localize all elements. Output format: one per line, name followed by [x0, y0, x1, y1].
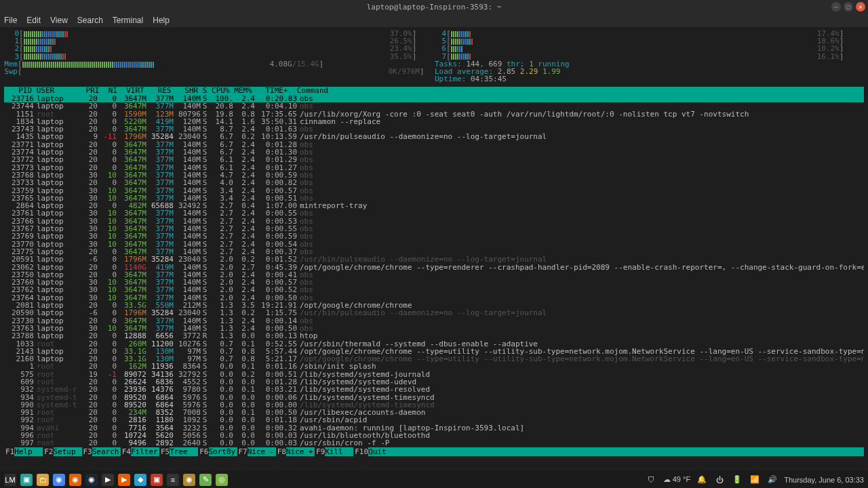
fkey-F5[interactable]: F5Tree [159, 447, 198, 456]
cpu-meter-0: 0[ 37.0%] [11, 30, 416, 37]
menu-terminal[interactable]: Terminal [113, 16, 143, 25]
process-row[interactable]: 1 root 20 0 162M 11936 8364 S 0.0 0.1 0:… [4, 363, 864, 370]
terminal-icon[interactable]: ▶ [102, 474, 114, 486]
cpu-meter-6: 6[ 10.2%] [438, 45, 844, 52]
clock-widget[interactable]: Thursday, June 6, 03:33 [784, 476, 864, 484]
menu-button[interactable]: LM [4, 474, 16, 486]
fkey-F4[interactable]: F4Filter [121, 447, 159, 456]
fkey-F8[interactable]: F8Nice + [276, 447, 315, 456]
tray-icon[interactable]: 🔊 [766, 474, 778, 486]
menu-view[interactable]: View [50, 16, 68, 25]
firefox-icon[interactable]: ◉ [69, 474, 81, 486]
close-button[interactable]: ✕ [856, 2, 865, 12]
window-titlebar: laptop@laptop-Inspiron-3593: ~ – ▢ ✕ [0, 0, 868, 14]
menubar: FileEditViewSearchTerminalHelp [0, 14, 868, 27]
terminal-body[interactable]: 0[ 37.0%] 1[ 26.5%] 2[ 23.4%] 3[ 35.5%] … [0, 27, 868, 471]
fkey-F9[interactable]: F9Kill [315, 447, 353, 456]
task-summary: Tasks: 144, 669 thr; 1 running Load aver… [435, 60, 570, 83]
menu-edit[interactable]: Edit [26, 16, 41, 25]
process-list[interactable]: 23716 laptop 20 0 3647M 377M 140M S 100.… [4, 95, 864, 447]
app-icon[interactable]: ✎ [199, 474, 212, 486]
files-icon[interactable]: ▣ [20, 474, 33, 486]
menu-file[interactable]: File [4, 16, 17, 25]
menu-help[interactable]: Help [153, 16, 170, 25]
window-title: laptop@laptop-Inspiron-3593: ~ [367, 3, 502, 12]
fkey-F6[interactable]: F6SortBy [198, 447, 237, 456]
mem-meters: Mem [ 4.08G/15.4G ] Swp [ 0K/976M ] [4, 60, 425, 75]
cpu-meter-4: 4[ 17.4%] [438, 30, 844, 37]
process-row[interactable]: 932 systemd-r 20 0 23936 14376 9780 S 0.… [4, 386, 864, 393]
process-row[interactable]: 20591 laptop -6 0 1796M 35284 23040 S 2.… [4, 256, 864, 263]
process-row[interactable]: 997 root 20 0 9496 2892 2640 S 0.0 0.0 0… [4, 439, 864, 447]
process-row[interactable]: 23788 laptop 20 0 12888 6656 3772 R 1.3 … [4, 332, 864, 340]
tray-icon[interactable]: 📶 [749, 474, 761, 486]
tray-icon[interactable]: ⛉ [646, 474, 658, 486]
maximize-button[interactable]: ▢ [844, 2, 853, 12]
mint-icon[interactable]: ◎ [216, 474, 228, 486]
tray-icon[interactable]: ⏻ [713, 474, 726, 486]
fkey-F2[interactable]: F2Setup [43, 447, 81, 456]
menu-search[interactable]: Search [77, 16, 103, 25]
app-icon[interactable]: ▣ [151, 474, 163, 486]
fkey-F3[interactable]: F3Search [82, 447, 121, 456]
vlc-icon[interactable]: ▶ [118, 474, 130, 486]
cpu-meter-2: 2[ 23.4%] [11, 45, 416, 52]
fkey-F7[interactable]: F7Nice - [237, 447, 276, 456]
tray-icon[interactable]: 🔋 [731, 474, 743, 486]
tray-icon[interactable]: 🔔 [696, 474, 708, 486]
app-icon[interactable]: ◉ [183, 474, 195, 486]
fkey-F1[interactable]: F1Help [4, 447, 43, 456]
process-row[interactable]: 23769 laptop 30 10 3647M 377M 140M S 2.7… [4, 232, 864, 240]
process-row[interactable]: 20590 laptop -6 0 1796M 35284 23040 S 1.… [4, 309, 864, 317]
cpu-meter-3: 3[ 35.5%] [11, 53, 416, 60]
minimize-button[interactable]: – [831, 2, 841, 12]
chrome-icon[interactable]: ◉ [53, 474, 65, 486]
steam-icon[interactable]: ◉ [85, 474, 98, 486]
process-row[interactable]: 23772 laptop 20 0 3647M 377M 140M S 6.1 … [4, 156, 864, 163]
column-header[interactable]: PID USER PRI NI VIRT RES SHR S CPU% MEM%… [4, 87, 864, 95]
temp-widget[interactable]: ☁ 49 °F [663, 475, 690, 484]
app-icon[interactable]: ≡ [167, 474, 179, 486]
fkey-bar[interactable]: F1HelpF2SetupF3SearchF4FilterF5TreeF6Sor… [4, 447, 864, 456]
app-icon[interactable]: ◆ [134, 474, 146, 486]
taskbar[interactable]: LM▣🗀◉◉◉▶▶◆▣≡◉✎◎ ⛉ ☁ 49 °F 🔔 ⏻ 🔋 📶 🔊 Thur… [0, 471, 868, 488]
cpu-meter-5: 5[ 18.6%] [438, 37, 844, 45]
fkey-F10[interactable]: F10Quit [353, 447, 397, 456]
process-row[interactable]: 23733 laptop 20 0 3647M 377M 140M S 4.0 … [4, 179, 864, 186]
folder-icon[interactable]: 🗀 [37, 474, 49, 486]
cpu-meter-1: 1[ 26.5%] [11, 37, 416, 45]
process-row[interactable]: 23744 laptop 20 0 3647M 377M 140M S 20.8… [4, 102, 864, 110]
